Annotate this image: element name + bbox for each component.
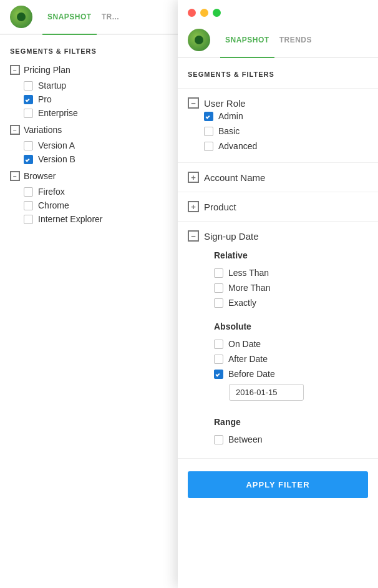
list-item: Advanced — [188, 139, 368, 154]
list-item: More Than — [198, 280, 358, 295]
admin-label: Admin — [218, 111, 243, 121]
right-panel: SNAPSHOT TRENDS SEGMENTS & FILTERS − Use… — [178, 0, 378, 588]
checkbox-after-date[interactable] — [214, 355, 223, 364]
list-item: Pro — [10, 92, 168, 106]
checkbox-basic[interactable] — [204, 127, 213, 136]
tab-snapshot-right[interactable]: SNAPSHOT — [220, 23, 274, 58]
checkbox-advanced[interactable] — [204, 142, 213, 151]
version-b-label: Version B — [38, 154, 75, 164]
list-item: Internet Explorer — [10, 212, 168, 226]
collapse-icon-user-role[interactable]: − — [188, 97, 199, 109]
checkbox-more-than[interactable] — [214, 283, 223, 293]
checkbox-version-a[interactable] — [24, 141, 33, 150]
range-label: Range — [198, 417, 358, 427]
left-logo — [10, 6, 32, 28]
relative-label: Relative — [198, 250, 358, 260]
list-item: Startup — [10, 79, 168, 92]
left-panel: SNAPSHOT TR... SEGMENTS & FILTERS − Pric… — [0, 0, 178, 588]
account-name-header[interactable]: + Account Name — [188, 172, 368, 183]
left-nav-tabs: SNAPSHOT TR... — [42, 0, 124, 34]
checkbox-pro[interactable] — [24, 95, 33, 104]
chrome-label: Chrome — [38, 200, 69, 210]
filter-group-account-name: + Account Name — [178, 163, 378, 192]
left-logo-inner — [17, 12, 26, 21]
browser-header[interactable]: − Browser — [10, 171, 168, 181]
signup-date-label: Sign-up Date — [204, 231, 259, 242]
minimize-button[interactable] — [200, 9, 208, 17]
product-label: Product — [204, 202, 236, 212]
firefox-label: Firefox — [38, 187, 65, 197]
between-label: Between — [228, 434, 262, 444]
date-input[interactable] — [229, 384, 304, 401]
list-item: Admin — [188, 109, 368, 124]
variations-header[interactable]: − Variations — [10, 125, 168, 135]
user-role-header[interactable]: − User Role — [188, 97, 368, 109]
checkbox-on-date[interactable] — [214, 340, 223, 349]
version-a-label: Version A — [38, 140, 75, 150]
expand-icon-product[interactable]: + — [188, 201, 199, 212]
checkbox-ie[interactable] — [24, 215, 33, 224]
product-header[interactable]: + Product — [188, 201, 368, 212]
variations-label: Variations — [24, 125, 62, 135]
collapse-icon-browser[interactable]: − — [10, 171, 20, 181]
tab-snapshot-left[interactable]: SNAPSHOT — [42, 0, 97, 35]
list-item: Chrome — [10, 198, 168, 212]
subsection-range: Range Between — [188, 408, 368, 449]
tab-trends-left[interactable]: TR... — [97, 0, 125, 35]
list-item: Exactly — [198, 295, 358, 310]
list-item: Less Than — [198, 265, 358, 280]
filter-group-pricing-plan: − Pricing Plan Startup Pro Enterprise — [0, 62, 178, 122]
collapse-icon-signup-date[interactable]: − — [188, 230, 199, 242]
subsection-relative: Relative Less Than More Than Exactly — [188, 242, 368, 313]
list-item: Between — [198, 432, 358, 447]
list-item: Basic — [188, 124, 368, 139]
enterprise-label: Enterprise — [38, 108, 78, 118]
browser-label: Browser — [24, 171, 56, 181]
on-date-label: On Date — [228, 339, 261, 349]
filter-group-variations: − Variations Version A Version B — [0, 122, 178, 169]
filter-group-product: + Product — [178, 192, 378, 222]
before-date-label: Before Date — [228, 369, 275, 379]
absolute-label: Absolute — [198, 321, 358, 331]
more-than-label: More Than — [228, 283, 270, 293]
subsection-absolute: Absolute On Date After Date Before Date — [188, 313, 368, 408]
pricing-plan-label: Pricing Plan — [24, 65, 70, 75]
ie-label: Internet Explorer — [38, 214, 103, 224]
right-section-title: SEGMENTS & FILTERS — [178, 58, 378, 89]
right-logo-inner — [195, 36, 203, 44]
checkbox-before-date[interactable] — [214, 370, 223, 379]
checkbox-chrome[interactable] — [24, 201, 33, 210]
list-item: After Date — [198, 351, 358, 366]
checkbox-less-than[interactable] — [214, 268, 223, 278]
advanced-label: Advanced — [218, 141, 257, 151]
startup-label: Startup — [38, 81, 66, 91]
list-item: Enterprise — [10, 106, 168, 120]
less-than-label: Less Than — [228, 268, 269, 278]
tab-trends-right[interactable]: TRENDS — [274, 23, 317, 58]
checkbox-startup[interactable] — [24, 81, 33, 91]
maximize-button[interactable] — [213, 9, 221, 17]
apply-filter-button[interactable]: APPLY FILTER — [188, 471, 368, 498]
collapse-icon-variations[interactable]: − — [10, 125, 20, 135]
checkbox-enterprise[interactable] — [24, 109, 33, 118]
checkbox-firefox[interactable] — [24, 187, 33, 197]
filter-group-browser: − Browser Firefox Chrome Internet Explor… — [0, 169, 178, 228]
account-name-label: Account Name — [204, 172, 265, 183]
pricing-plan-header[interactable]: − Pricing Plan — [10, 65, 168, 75]
list-item: Before Date — [198, 366, 358, 381]
list-item: Firefox — [10, 185, 168, 198]
expand-icon-account-name[interactable]: + — [188, 172, 199, 183]
collapse-icon-pricing[interactable]: − — [10, 65, 20, 75]
right-header: SNAPSHOT TRENDS — [178, 23, 378, 58]
left-header: SNAPSHOT TR... — [0, 0, 178, 35]
checkbox-between[interactable] — [214, 435, 223, 444]
checkbox-admin[interactable] — [204, 112, 213, 121]
filter-group-signup-date: − Sign-up Date Relative Less Than More T… — [178, 222, 378, 459]
close-button[interactable] — [188, 9, 196, 17]
list-item: Version B — [10, 152, 168, 166]
signup-date-header[interactable]: − Sign-up Date — [188, 230, 368, 242]
list-item: Version A — [10, 139, 168, 152]
checkbox-version-b[interactable] — [24, 155, 33, 164]
basic-label: Basic — [218, 126, 240, 136]
checkbox-exactly[interactable] — [214, 298, 223, 308]
